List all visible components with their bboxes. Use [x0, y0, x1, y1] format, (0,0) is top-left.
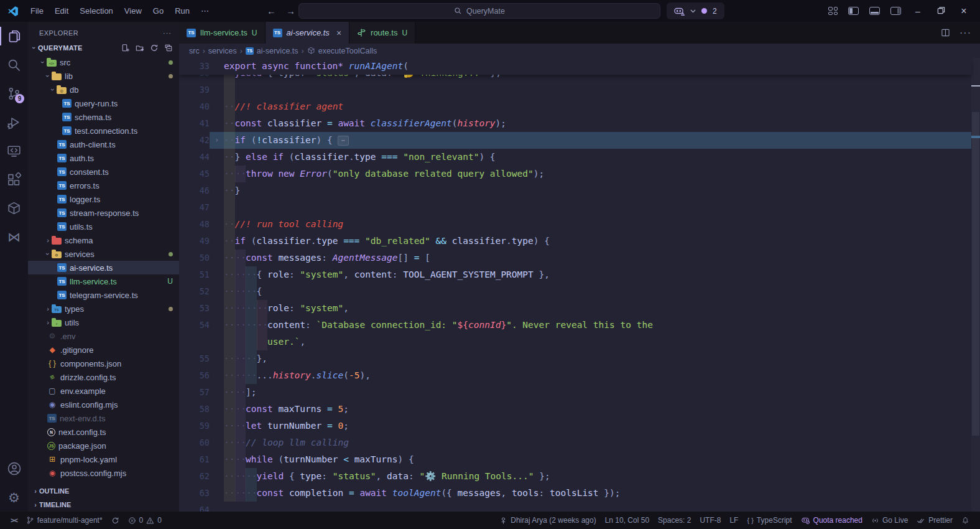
- tree-file-stream-response-ts[interactable]: TSstream-response.ts: [28, 206, 179, 220]
- status-sync[interactable]: [107, 513, 124, 527]
- breadcrumbs[interactable]: src›services›TSai-service.ts›executeTool…: [179, 44, 980, 58]
- tab-route-ts[interactable]: route.tsU: [349, 22, 415, 44]
- explorer-activity-icon[interactable]: [0, 22, 28, 50]
- code-line-49[interactable]: 49··if (classifier.type === "db_related"…: [179, 233, 971, 250]
- code-line-33[interactable]: 33export async function* runAIAgent(: [179, 58, 971, 75]
- search-activity-icon[interactable]: [0, 50, 28, 79]
- code-line-40[interactable]: 40··//! classifier agent: [179, 98, 971, 115]
- testing-activity-icon[interactable]: ⋈: [0, 222, 28, 251]
- menu-view[interactable]: View: [119, 4, 147, 18]
- status-cursor-position[interactable]: Ln 10, Col 50: [601, 513, 654, 527]
- remote-explorer-activity-icon[interactable]: [0, 136, 28, 165]
- status-problems[interactable]: 00: [124, 513, 166, 527]
- code-line-52[interactable]: 52······{: [179, 283, 971, 300]
- toggle-secondary-sidebar-icon[interactable]: [890, 7, 901, 15]
- code-line-58[interactable]: 58····const maxTurns = 5;: [179, 401, 971, 418]
- tree-file-ai-service-ts[interactable]: TSai-service.ts: [28, 261, 179, 274]
- status-language-mode[interactable]: { }TypeScript: [742, 513, 796, 527]
- tree-folder-schema[interactable]: ›schema: [28, 233, 179, 247]
- status-go-live[interactable]: Go Live: [867, 513, 912, 527]
- code-line-45[interactable]: 45····throw new Error("only database rel…: [179, 166, 971, 182]
- tree-folder-utils[interactable]: ›+utils: [28, 316, 179, 329]
- tree-file-pnpm-lock-yaml[interactable]: ⊞pnpm-lock.yaml: [28, 452, 179, 466]
- customize-layout-icon[interactable]: [828, 7, 838, 15]
- scrollbar-thumb[interactable]: [972, 112, 979, 436]
- code-line-64[interactable]: 64: [179, 502, 971, 512]
- sticky-scroll-line[interactable]: 33export async function* runAIAgent(: [179, 58, 971, 75]
- tree-file-components-json[interactable]: { }components.json: [28, 357, 179, 370]
- status-remote-indicator[interactable]: ><: [6, 513, 22, 527]
- code-line-53[interactable]: 53········role: "system",: [179, 300, 971, 317]
- status-copilot-status[interactable]: Quota reached: [797, 513, 867, 527]
- close-tab-icon[interactable]: ×: [336, 28, 341, 38]
- tree-file-next-config-ts[interactable]: Nnext.config.ts: [28, 425, 179, 439]
- close-window-button[interactable]: ×: [958, 6, 970, 17]
- tree-file-constent-ts[interactable]: TSconstent.ts: [28, 165, 179, 179]
- code-line-44[interactable]: 44··} else if (classifier.type === "non_…: [179, 149, 971, 166]
- new-file-icon[interactable]: [121, 44, 130, 52]
- fold-chevron-icon[interactable]: ›: [210, 132, 224, 149]
- code-line-56[interactable]: 56······...history.slice(-5),: [179, 367, 971, 384]
- toggle-primary-sidebar-icon[interactable]: [848, 7, 859, 15]
- breadcrumb-services[interactable]: services: [208, 47, 237, 55]
- command-center-search[interactable]: QueryMate: [298, 3, 660, 19]
- status-git-branch[interactable]: feature/multi-agent*: [22, 513, 107, 527]
- menu-edit[interactable]: Edit: [49, 4, 74, 18]
- tree-file-auth-client-ts[interactable]: TSauth-client.ts: [28, 138, 179, 151]
- breadcrumb-ai-service-ts[interactable]: TSai-service.ts: [246, 47, 298, 55]
- tree-file-eslint-config-mjs[interactable]: ◉eslint.config.mjs: [28, 398, 179, 411]
- menu-[interactable]: ⋯: [195, 4, 215, 18]
- status-notifications[interactable]: [957, 513, 974, 527]
- folded-code-badge[interactable]: ⋯: [338, 136, 349, 146]
- status-git-blame[interactable]: Dhiraj Arya (2 weeks ago): [495, 513, 600, 527]
- code-line-60[interactable]: 60····// loop llm calling: [179, 434, 971, 451]
- code-line-41[interactable]: 41··const classifier = await classifierA…: [179, 115, 971, 132]
- tree-file-telegram-service-ts[interactable]: TStelegram-service.ts: [28, 288, 179, 302]
- code-line-61[interactable]: 61····while (turnNumber < maxTurns) {: [179, 451, 971, 468]
- breadcrumb-executetoolcalls[interactable]: executeToolCalls: [307, 47, 377, 55]
- nav-forward-icon[interactable]: →: [286, 6, 295, 16]
- tree-folder-src[interactable]: ›</>src: [28, 55, 179, 69]
- menu-selection[interactable]: Selection: [74, 4, 118, 18]
- code-line-48[interactable]: 48··//! run tool calling: [179, 216, 971, 233]
- tree-file-auth-ts[interactable]: TSauth.ts: [28, 151, 179, 165]
- editor-scrollbar[interactable]: [971, 58, 980, 512]
- copilot-titlebar-group[interactable]: 2: [667, 2, 724, 19]
- tree-file-schema-ts[interactable]: TSschema.ts: [28, 110, 179, 124]
- project-section-header[interactable]: › QUERYMATE: [28, 40, 179, 55]
- tree-file--gitignore[interactable]: ◆.gitignore: [28, 343, 179, 357]
- menu-go[interactable]: Go: [147, 4, 169, 18]
- split-editor-icon[interactable]: [941, 28, 950, 37]
- explorer-more-actions-icon[interactable]: ···: [163, 29, 172, 37]
- minimize-button[interactable]: –: [912, 6, 924, 16]
- breadcrumb-src[interactable]: src: [189, 47, 200, 55]
- code-line-39[interactable]: 39: [179, 82, 971, 98]
- nav-back-icon[interactable]: ←: [267, 6, 276, 16]
- status-eol[interactable]: LF: [725, 513, 742, 527]
- tree-file-postcss-config-mjs[interactable]: ◉postcss.config.mjs: [28, 466, 179, 480]
- tree-folder-services[interactable]: ›⚙services: [28, 247, 179, 261]
- code-line-50[interactable]: 50····const messages: AgentMessage[] = [: [179, 250, 971, 266]
- code-line-46[interactable]: 46··}: [179, 182, 971, 199]
- source-control-activity-icon[interactable]: 9: [0, 79, 28, 108]
- tree-folder-lib[interactable]: ›lib: [28, 69, 179, 83]
- code-line-54[interactable]: 54········content: `Database connection_…: [179, 317, 971, 334]
- restore-button[interactable]: [935, 6, 947, 16]
- code-line-57[interactable]: 57····];: [179, 384, 971, 401]
- containers-activity-icon[interactable]: [0, 194, 28, 222]
- tree-folder-db[interactable]: ›◎db: [28, 83, 179, 96]
- collapse-folders-icon[interactable]: [164, 44, 173, 52]
- tree-file-package-json[interactable]: JSpackage.json: [28, 439, 179, 452]
- settings-activity-icon[interactable]: ⚙: [0, 483, 28, 512]
- tab-ai-service-ts[interactable]: TSai-service.ts×: [266, 22, 350, 44]
- refresh-explorer-icon[interactable]: [150, 44, 159, 52]
- tree-file-next-env-d-ts[interactable]: TSnext-env.d.ts: [28, 411, 179, 425]
- code-line-42[interactable]: 42›··if (!classifier) {⋯: [179, 132, 971, 149]
- tree-folder-types[interactable]: ›TStypes: [28, 302, 179, 316]
- status-encoding[interactable]: UTF-8: [695, 513, 725, 527]
- menu-file[interactable]: File: [25, 4, 49, 18]
- timeline-section[interactable]: › TIMELINE: [28, 498, 179, 512]
- code-line-wrap[interactable]: user.`,: [179, 334, 971, 350]
- tree-file-errors-ts[interactable]: TSerrors.ts: [28, 179, 179, 192]
- tree-file-drizzle-config-ts[interactable]: ≡drizzle.config.ts: [28, 370, 179, 384]
